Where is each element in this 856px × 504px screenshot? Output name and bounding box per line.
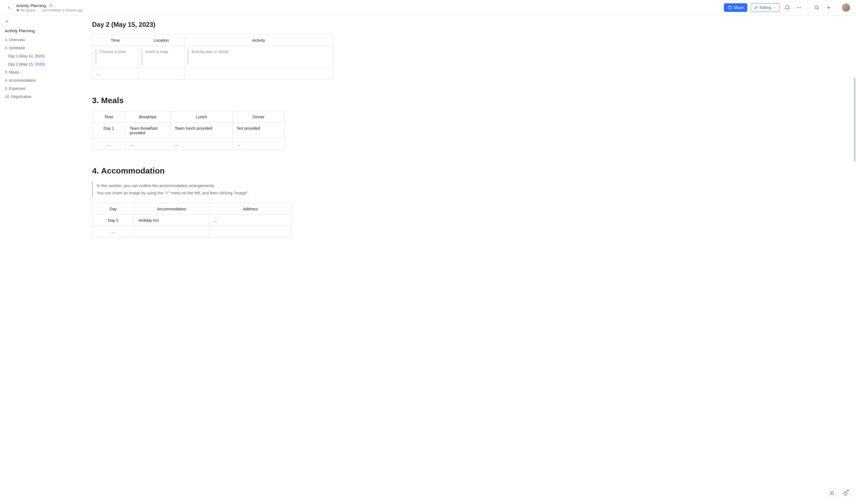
app-header: Activity Planning My Space | Last modifi… bbox=[0, 0, 856, 15]
back-button[interactable] bbox=[6, 4, 13, 11]
content-area[interactable]: Day 2 (May 15, 2023) Time Location Activ… bbox=[76, 15, 856, 504]
meals-heading[interactable]: 3.Meals bbox=[92, 96, 336, 105]
toc-item-2[interactable]: Day 1 (May 14, 2023) bbox=[0, 52, 76, 60]
search-button[interactable] bbox=[813, 3, 821, 12]
meta-row: My Space | Last modified: 2 minutes ago bbox=[16, 8, 83, 12]
comment-icon bbox=[829, 491, 834, 496]
scrollbar-thumb[interactable] bbox=[854, 78, 855, 162]
chevrons-left-icon bbox=[5, 19, 9, 23]
th-lunch[interactable]: Lunch bbox=[170, 111, 233, 123]
th-meals-time[interactable]: Time bbox=[92, 111, 125, 123]
meals-heading-text: Meals bbox=[101, 96, 124, 105]
meals-cell-1-2[interactable]: ... bbox=[170, 139, 233, 150]
accom-cell-0-0[interactable]: Day 1 bbox=[92, 215, 134, 226]
share-button[interactable]: Share bbox=[724, 3, 747, 12]
toc-item-1[interactable]: 2. Schedule bbox=[0, 44, 76, 52]
space-link[interactable]: My Space bbox=[16, 8, 35, 12]
header-divider bbox=[808, 4, 808, 11]
help-icon bbox=[843, 491, 848, 496]
editing-button[interactable]: Editing bbox=[751, 3, 780, 12]
svg-point-5 bbox=[815, 6, 818, 9]
share-label: Share bbox=[734, 5, 744, 10]
th-time[interactable]: Time bbox=[92, 35, 138, 46]
toc-item-5[interactable]: 4. Accommodation bbox=[0, 76, 76, 85]
share-icon bbox=[728, 5, 732, 10]
star-icon[interactable] bbox=[49, 3, 53, 7]
meta-divider: | bbox=[38, 8, 38, 12]
accommodation-table[interactable]: Day Accommodation Address Day 1Holiday I… bbox=[92, 203, 292, 237]
meals-cell-0-2[interactable]: Team lunch provided bbox=[170, 123, 233, 139]
accom-cell-1-2[interactable] bbox=[209, 226, 292, 237]
more-button[interactable] bbox=[795, 3, 803, 12]
cell-location-placeholder[interactable]: Insert a map bbox=[138, 46, 184, 68]
meals-cell-0-1[interactable]: Team breakfast provided bbox=[125, 123, 170, 139]
svg-point-2 bbox=[797, 7, 798, 8]
th-dinner[interactable]: Dinner bbox=[233, 111, 285, 123]
meals-table[interactable]: Time Breakfast Lunch Dinner Day 1Team br… bbox=[92, 111, 285, 150]
accom-cell-0-2[interactable]: ... bbox=[209, 215, 292, 226]
add-button[interactable] bbox=[824, 3, 833, 12]
sidebar: Activity Planning 1. Overview2. Schedule… bbox=[0, 15, 76, 504]
title-row: Activity Planning bbox=[16, 3, 83, 8]
schedule-table[interactable]: Time Location Activity Choose a time Ins… bbox=[92, 34, 333, 79]
cell-extra-2[interactable] bbox=[184, 68, 333, 79]
table-header-row: Day Accommodation Address bbox=[92, 203, 292, 215]
toc-title[interactable]: Activity Planning bbox=[0, 29, 76, 33]
accom-heading-num: 4. bbox=[92, 166, 99, 175]
header-divider-2 bbox=[837, 4, 838, 11]
th-activity[interactable]: Activity bbox=[184, 35, 333, 46]
table-row: ... bbox=[92, 68, 333, 79]
bell-icon bbox=[785, 5, 790, 10]
cell-extra-0[interactable]: ... bbox=[92, 68, 138, 79]
cell-activity-placeholder[interactable]: Activity plan in detail bbox=[184, 46, 333, 68]
toc-list: 1. Overview2. ScheduleDay 1 (May 14, 202… bbox=[0, 36, 76, 101]
meals-cell-1-3[interactable]: ... bbox=[233, 139, 285, 150]
th-breakfast[interactable]: Breakfast bbox=[125, 111, 170, 123]
scrollbar-track[interactable] bbox=[853, 15, 855, 504]
quote-line-2: You can insert an image by using the "+"… bbox=[97, 189, 336, 197]
doc-title[interactable]: Activity Planning bbox=[16, 3, 46, 8]
last-modified: Last modified: 2 minutes ago bbox=[41, 8, 83, 12]
table-row: Choose a time Insert a map Activity plan… bbox=[92, 46, 333, 68]
table-row: Day 1Team breakfast providedTeam lunch p… bbox=[92, 123, 285, 139]
accom-cell-1-0[interactable]: ... bbox=[92, 226, 134, 237]
search-icon bbox=[814, 5, 819, 10]
toc-item-4[interactable]: 3. Meals bbox=[0, 68, 76, 76]
user-avatar[interactable] bbox=[842, 3, 850, 12]
accom-cell-1-1[interactable] bbox=[134, 226, 209, 237]
th-day[interactable]: Day bbox=[92, 203, 134, 215]
folder-icon bbox=[16, 9, 19, 12]
accommodation-hint[interactable]: In this section, you can outline the acc… bbox=[92, 181, 336, 197]
plus-icon bbox=[826, 5, 831, 10]
meals-cell-0-0[interactable]: Day 1 bbox=[92, 123, 125, 139]
accommodation-heading[interactable]: 4.Accommodation bbox=[92, 166, 336, 175]
notifications-button[interactable] bbox=[783, 3, 791, 12]
th-location[interactable]: Location bbox=[138, 35, 184, 46]
notification-dot bbox=[847, 490, 849, 491]
svg-marker-0 bbox=[49, 3, 53, 7]
content-inner: Day 2 (May 15, 2023) Time Location Activ… bbox=[92, 21, 336, 237]
svg-point-13 bbox=[845, 494, 846, 494]
header-right: Share Editing bbox=[724, 3, 850, 12]
toc-item-7[interactable]: 10. Registration bbox=[0, 93, 76, 101]
accom-cell-0-1[interactable]: Holiday Inn bbox=[134, 215, 209, 226]
toc-item-0[interactable]: 1. Overview bbox=[0, 36, 76, 44]
toc-item-3[interactable]: Day 2 (May 15, 2023) bbox=[0, 60, 76, 68]
quote-line-1: In this section, you can outline the acc… bbox=[97, 182, 336, 189]
day2-heading[interactable]: Day 2 (May 15, 2023) bbox=[92, 21, 336, 29]
help-button[interactable] bbox=[840, 488, 851, 499]
meals-cell-0-3[interactable]: Not provided bbox=[233, 123, 285, 139]
toc-item-6[interactable]: 5. Expenses bbox=[0, 85, 76, 93]
comments-button[interactable] bbox=[827, 488, 837, 499]
cell-extra-1[interactable] bbox=[138, 68, 184, 79]
header-left: Activity Planning My Space | Last modifi… bbox=[6, 3, 83, 12]
th-address[interactable]: Address bbox=[209, 203, 292, 215]
table-row: ............ bbox=[92, 139, 285, 150]
cell-time-placeholder[interactable]: Choose a time bbox=[92, 46, 138, 68]
collapse-sidebar-button[interactable] bbox=[5, 19, 9, 24]
meals-cell-1-1[interactable]: ... bbox=[125, 139, 170, 150]
chevron-down-icon bbox=[773, 6, 776, 9]
floating-buttons bbox=[827, 488, 851, 499]
th-accom[interactable]: Accommodation bbox=[134, 203, 209, 215]
meals-cell-1-0[interactable]: ... bbox=[92, 139, 125, 150]
